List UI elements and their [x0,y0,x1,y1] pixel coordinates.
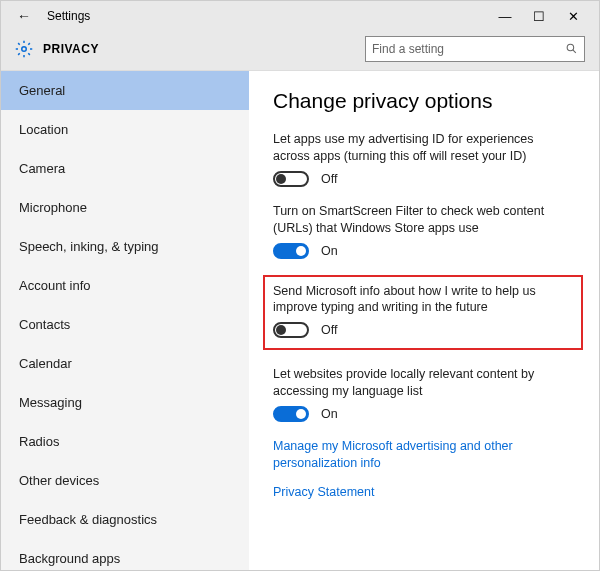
sidebar-item-label: Contacts [19,317,70,332]
privacy-option: Let websites provide locally relevant co… [273,366,573,422]
toggle-knob [276,174,286,184]
sidebar-item-general[interactable]: General [1,71,249,110]
sidebar-item-label: Radios [19,434,59,449]
sidebar-item-label: Background apps [19,551,120,566]
titlebar: ← Settings — ☐ ✕ [1,1,599,31]
toggle-state-label: On [321,244,338,258]
sidebar-item-radios[interactable]: Radios [1,422,249,461]
sidebar-item-speech-inking-typing[interactable]: Speech, inking, & typing [1,227,249,266]
window-title: Settings [47,9,493,23]
svg-point-0 [22,46,27,51]
toggle-switch[interactable] [273,406,309,422]
sidebar-item-calendar[interactable]: Calendar [1,344,249,383]
sidebar-item-label: Other devices [19,473,99,488]
header: PRIVACY Find a setting [1,31,599,71]
search-placeholder: Find a setting [372,42,565,56]
toggle-state-label: Off [321,323,337,337]
toggle-state-label: Off [321,172,337,186]
svg-point-1 [567,44,574,51]
sidebar-item-label: General [19,83,65,98]
toggle-knob [296,246,306,256]
toggle-state-label: On [321,407,338,421]
sidebar-item-location[interactable]: Location [1,110,249,149]
toggle-knob [296,409,306,419]
page-title: PRIVACY [43,42,99,56]
sidebar-item-label: Camera [19,161,65,176]
sidebar-item-label: Speech, inking, & typing [19,239,158,254]
sidebar: GeneralLocationCameraMicrophoneSpeech, i… [1,71,249,570]
close-button[interactable]: ✕ [561,9,585,24]
sidebar-item-label: Location [19,122,68,137]
maximize-button[interactable]: ☐ [527,9,551,24]
link[interactable]: Privacy Statement [273,484,573,501]
sidebar-item-account-info[interactable]: Account info [1,266,249,305]
option-description: Let websites provide locally relevant co… [273,366,573,400]
search-input[interactable]: Find a setting [365,36,585,62]
svg-line-2 [573,50,576,53]
sidebar-item-messaging[interactable]: Messaging [1,383,249,422]
gear-icon [15,40,33,58]
sidebar-item-camera[interactable]: Camera [1,149,249,188]
toggle-switch[interactable] [273,171,309,187]
sidebar-item-microphone[interactable]: Microphone [1,188,249,227]
toggle-knob [276,325,286,335]
sidebar-item-background-apps[interactable]: Background apps [1,539,249,570]
sidebar-item-label: Account info [19,278,91,293]
privacy-option: Send Microsoft info about how I write to… [263,275,583,351]
toggle-switch[interactable] [273,243,309,259]
sidebar-item-label: Calendar [19,356,72,371]
main-panel: Change privacy options Let apps use my a… [249,71,599,570]
link[interactable]: Manage my Microsoft advertising and othe… [273,438,573,472]
sidebar-item-label: Microphone [19,200,87,215]
privacy-option: Turn on SmartScreen Filter to check web … [273,203,573,259]
option-description: Send Microsoft info about how I write to… [273,283,573,317]
minimize-button[interactable]: — [493,9,517,24]
sidebar-item-label: Feedback & diagnostics [19,512,157,527]
sidebar-item-feedback-diagnostics[interactable]: Feedback & diagnostics [1,500,249,539]
option-description: Turn on SmartScreen Filter to check web … [273,203,573,237]
sidebar-item-label: Messaging [19,395,82,410]
privacy-option: Let apps use my advertising ID for exper… [273,131,573,187]
sidebar-item-contacts[interactable]: Contacts [1,305,249,344]
main-heading: Change privacy options [273,89,573,113]
back-icon[interactable]: ← [17,8,33,24]
search-icon [565,42,578,55]
toggle-switch[interactable] [273,322,309,338]
option-description: Let apps use my advertising ID for exper… [273,131,573,165]
sidebar-item-other-devices[interactable]: Other devices [1,461,249,500]
